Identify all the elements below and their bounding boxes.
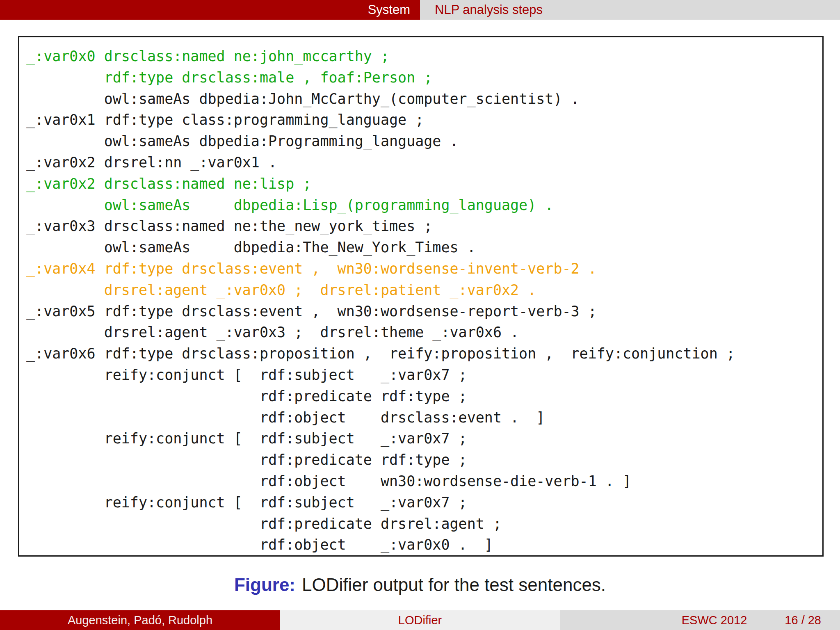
figure-caption: Figure:LODifier output for the test sent… xyxy=(0,573,840,597)
code-line: rdf:predicate rdf:type ; xyxy=(26,386,818,407)
header-section-label: System xyxy=(368,2,410,17)
code-line: owl:sameAs dbpedia:Lisp_(programming_lan… xyxy=(26,195,818,216)
figure-caption-text: LODifier output for the test sentences. xyxy=(302,575,606,595)
code-line: rdf:predicate rdf:type ; xyxy=(26,450,818,471)
code-line: reify:conjunct [ rdf:subject _:var0x7 ; xyxy=(26,428,818,450)
code-line: rdf:object _:var0x0 . ] xyxy=(26,534,818,556)
code-line: drsrel:agent _:var0x0 ; drsrel:patient _… xyxy=(26,280,818,301)
code-line: rdf:object wn30:wordsense-die-verb-1 . ] xyxy=(26,471,818,492)
header-subsection-segment: NLP analysis steps xyxy=(420,0,840,20)
slide-header-bar: System NLP analysis steps xyxy=(0,0,840,20)
code-line: rdf:predicate drsrel:agent ; xyxy=(26,514,818,535)
code-line: _:var0x0 drsclass:named ne:john_mccarthy… xyxy=(26,46,818,67)
code-line: _:var0x6 rdf:type drsclass:proposition ,… xyxy=(26,343,818,365)
code-line: rdf:type drsclass:male , foaf:Person ; xyxy=(26,67,818,89)
footer-authors-segment: Augenstein, Padó, Rudolph xyxy=(0,610,280,630)
code-block: _:var0x0 drsclass:named ne:john_mccarthy… xyxy=(18,36,824,557)
slide-footer-bar: Augenstein, Padó, Rudolph LODifier ESWC … xyxy=(0,610,840,630)
figure-caption-label: Figure: xyxy=(234,575,295,595)
footer-conference-label: ESWC 2012 xyxy=(682,614,747,627)
footer-info-segment: ESWC 2012 16 / 28 xyxy=(560,610,840,630)
code-line: rdf:object drsclass:event . ] xyxy=(26,407,818,429)
code-line: reify:conjunct [ rdf:subject _:var0x7 ; xyxy=(26,365,818,386)
presentation-slide: System NLP analysis steps _:var0x0 drscl… xyxy=(0,0,840,630)
code-line: owl:sameAs dbpedia:Programming_language … xyxy=(26,131,818,152)
code-line: _:var0x2 drsclass:named ne:lisp ; xyxy=(26,173,818,195)
code-line: _:var0x5 rdf:type drsclass:event , wn30:… xyxy=(26,301,818,322)
code-line: _:var0x3 drsclass:named ne:the_new_york_… xyxy=(26,216,818,237)
code-line: owl:sameAs dbpedia:John_McCarthy_(comput… xyxy=(26,89,818,110)
code-line: _:var0x1 rdf:type class:programming_lang… xyxy=(26,110,818,131)
footer-title-label: LODifier xyxy=(398,614,442,627)
code-line: _:var0x2 drsrel:nn _:var0x1 . xyxy=(26,152,818,173)
footer-slide-number: 16 / 28 xyxy=(785,614,821,627)
code-line: drsrel:agent _:var0x3 ; drsrel:theme _:v… xyxy=(26,322,818,343)
code-line: _:var0x4 rdf:type drsclass:event , wn30:… xyxy=(26,258,818,280)
header-subsection-label: NLP analysis steps xyxy=(435,2,543,17)
code-line: owl:sameAs dbpedia:The_New_York_Times . xyxy=(26,237,818,258)
footer-title-segment: LODifier xyxy=(280,610,560,630)
code-line: reify:conjunct [ rdf:subject _:var0x7 ; xyxy=(26,492,818,514)
footer-authors-label: Augenstein, Padó, Rudolph xyxy=(68,614,212,627)
header-section-segment: System xyxy=(0,0,420,20)
